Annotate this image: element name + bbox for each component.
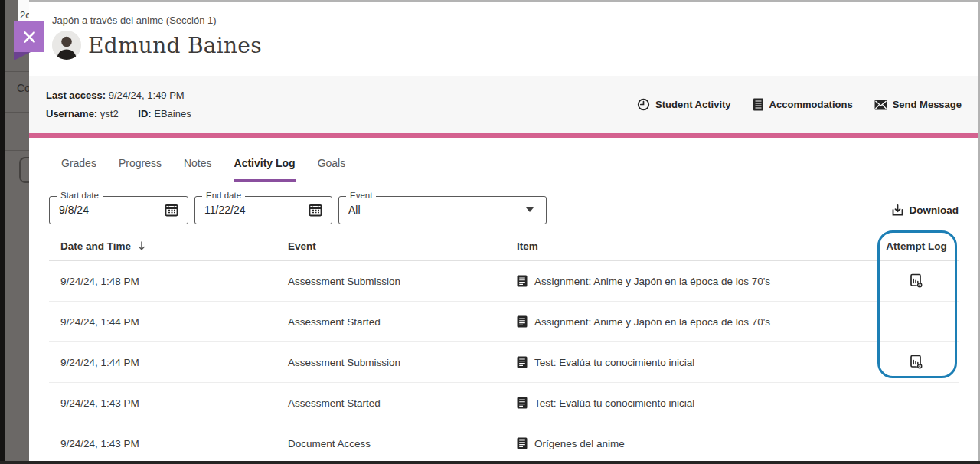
filter-row: Start date 9/8/24 End date 11/22/24 Even… — [29, 182, 978, 231]
cell-item-label: Assignment: Anime y Japón en la época de… — [534, 276, 770, 287]
start-date-value: 9/8/24 — [59, 204, 165, 216]
dimmed-backdrop: 2c Co — [0, 0, 29, 464]
attempt-log-button[interactable] — [909, 273, 924, 289]
id-label: ID: — [138, 108, 151, 119]
cell-event: Assessment Submission — [288, 276, 517, 287]
clock-icon — [637, 98, 650, 111]
activity-log-table: Date and Time Event Item Attempt Log 9/2… — [49, 231, 959, 464]
avatar — [52, 31, 81, 60]
accommodations-button[interactable]: Accommodations — [753, 98, 853, 111]
item-document-icon — [517, 397, 528, 409]
info-bar: Last access: 9/24/24, 1:49 PM Username: … — [29, 76, 978, 138]
backdrop-divider — [5, 112, 29, 113]
download-button[interactable]: Download — [891, 204, 959, 217]
cell-event: Assessment Started — [288, 316, 517, 328]
attempt-log-icon — [909, 273, 924, 289]
student-activity-label: Student Activity — [655, 99, 730, 110]
end-date-field[interactable]: End date 11/22/24 — [194, 196, 332, 224]
close-button[interactable] — [14, 21, 44, 52]
cell-datetime: 9/24/24, 1:44 PM — [60, 316, 288, 328]
item-document-icon — [517, 356, 528, 368]
username-label: Username: — [46, 108, 97, 119]
table-row[interactable]: 9/24/24, 1:44 PM Assessment Submission T… — [49, 342, 959, 383]
column-header-attempt-log: Attempt Log — [874, 240, 959, 252]
event-filter-value: All — [348, 204, 526, 216]
cell-item: Assignment: Anime y Japón en la época de… — [517, 275, 874, 287]
tab-bar: GradesProgressNotesActivity LogGoals — [29, 138, 978, 182]
chevron-down-icon — [526, 207, 534, 212]
event-filter-label: Event — [346, 191, 376, 200]
download-label: Download — [910, 204, 959, 216]
document-icon — [753, 98, 764, 111]
last-access-label: Last access: — [46, 90, 106, 101]
last-access-value: 9/24/24, 1:49 PM — [109, 90, 185, 101]
start-date-field[interactable]: Start date 9/8/24 — [49, 196, 188, 224]
table-header-row: Date and Time Event Item Attempt Log — [49, 231, 959, 261]
cell-item-label: Orígenes del anime — [534, 438, 625, 449]
student-overview-panel: Japón a través del anime (Sección 1) Edm… — [29, 0, 980, 464]
student-activity-button[interactable]: Student Activity — [637, 98, 730, 111]
cell-datetime: 9/24/24, 1:44 PM — [60, 357, 288, 368]
end-date-value: 11/22/24 — [204, 204, 309, 216]
table-body: 9/24/24, 1:48 PM Assessment Submission A… — [49, 261, 959, 464]
end-date-label: End date — [202, 191, 245, 200]
window-bottom-border — [0, 461, 980, 464]
cell-datetime: 9/24/24, 1:43 PM — [60, 438, 288, 449]
envelope-icon — [874, 100, 887, 110]
course-name: Japón a través del anime (Sección 1) — [52, 15, 978, 26]
cell-event: Document Access — [288, 438, 517, 449]
cell-item-label: Assignment: Anime y Japón en la época de… — [534, 316, 770, 328]
panel-header: Japón a través del anime (Sección 1) Edm… — [29, 2, 978, 76]
table-row[interactable]: 9/24/24, 1:44 PM Assessment Started Assi… — [49, 302, 959, 342]
tab-progress[interactable]: Progress — [118, 153, 162, 182]
cell-item: Test: Evalúa tu conocimiento inicial — [517, 356, 874, 368]
id-value: EBaines — [154, 108, 191, 119]
accommodations-label: Accommodations — [769, 99, 853, 110]
send-message-label: Send Message — [893, 99, 962, 110]
tab-activity-log[interactable]: Activity Log — [234, 153, 296, 182]
cell-event: Assessment Submission — [288, 357, 517, 368]
table-row[interactable]: 9/24/24, 1:43 PM Document Access Orígene… — [49, 423, 959, 464]
sort-descending-icon — [137, 240, 146, 251]
cell-item: Assignment: Anime y Japón en la época de… — [517, 315, 874, 328]
item-document-icon — [517, 315, 528, 328]
send-message-button[interactable]: Send Message — [874, 99, 962, 110]
cell-item-label: Test: Evalúa tu conocimiento inicial — [534, 397, 694, 409]
column-header-event: Event — [288, 240, 517, 252]
attempt-log-icon — [909, 355, 924, 370]
tab-notes[interactable]: Notes — [183, 153, 213, 182]
column-header-datetime[interactable]: Date and Time — [60, 240, 288, 252]
username-id-row: Username: yst2 ID: EBaines — [46, 105, 191, 123]
cell-item: Orígenes del anime — [517, 437, 874, 449]
item-document-icon — [517, 437, 528, 449]
cell-item-label: Test: Evalúa tu conocimiento inicial — [534, 357, 694, 368]
calendar-icon[interactable] — [309, 203, 322, 217]
tab-goals[interactable]: Goals — [317, 153, 347, 182]
attempt-log-button[interactable] — [909, 355, 924, 370]
last-access: Last access: 9/24/24, 1:49 PM — [46, 87, 191, 105]
start-date-label: Start date — [57, 191, 103, 200]
calendar-icon[interactable] — [165, 203, 178, 217]
close-icon — [22, 30, 37, 44]
cell-event: Assessment Started — [288, 397, 517, 409]
student-name: Edmund Baines — [88, 33, 262, 58]
close-button-fold — [14, 52, 31, 60]
table-row[interactable]: 9/24/24, 1:48 PM Assessment Submission A… — [49, 261, 959, 302]
backdrop-divider — [5, 150, 29, 151]
backdrop-divider — [5, 71, 29, 72]
cell-datetime: 9/24/24, 1:48 PM — [60, 276, 288, 287]
column-header-item: Item — [517, 240, 874, 252]
download-icon — [891, 204, 904, 217]
username-value: yst2 — [100, 108, 119, 119]
cell-item: Test: Evalúa tu conocimiento inicial — [517, 397, 874, 409]
cell-datetime: 9/24/24, 1:43 PM — [60, 397, 288, 409]
event-filter-select[interactable]: Event All — [338, 196, 547, 224]
tab-grades[interactable]: Grades — [60, 153, 97, 182]
item-document-icon — [517, 275, 528, 287]
table-row[interactable]: 9/24/24, 1:43 PM Assessment Started Test… — [49, 383, 959, 423]
